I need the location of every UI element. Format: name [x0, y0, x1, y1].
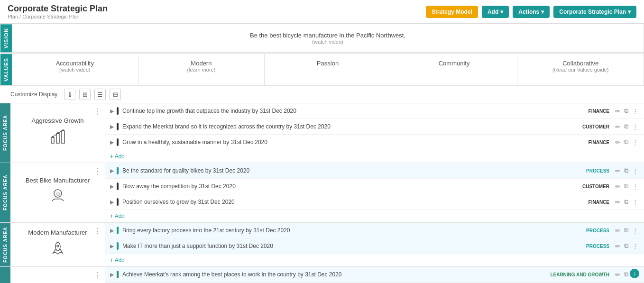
- expand-icon[interactable]: ▶: [110, 228, 114, 234]
- objective-text: Be the standard for quality bikes by 31s…: [122, 167, 571, 174]
- more-options-icon-button[interactable]: ⋮: [631, 198, 639, 207]
- more-options-icon-button[interactable]: ⋮: [631, 122, 639, 131]
- header: Corporate Strategic Plan Plan / Corporat…: [0, 0, 644, 24]
- values-bar: Values Accountability(watch video)Modern…: [0, 54, 644, 86]
- external-link-icon-button[interactable]: ⧉: [623, 226, 629, 235]
- plan-button[interactable]: Corporate Strategic Plan: [553, 6, 636, 18]
- expand-icon[interactable]: ▶: [110, 183, 114, 190]
- objective-row: ▶ Be the standard for quality bikes by 3…: [105, 163, 644, 179]
- svg-point-9: [57, 245, 59, 247]
- focus-areas-container: Focus Area ⋮ Aggressive Growth ▶ Continu…: [0, 103, 644, 283]
- edit-icon-button[interactable]: ✏: [614, 198, 621, 207]
- more-options-icon-button[interactable]: ⋮: [631, 182, 639, 191]
- objective-text: Expand the Meerkat brand so it is recogn…: [122, 123, 571, 130]
- edit-icon-button[interactable]: ✏: [614, 242, 621, 251]
- svg-text:①: ①: [55, 192, 60, 197]
- vision-bar: Vision Be the best bicycle manufacture i…: [0, 24, 644, 53]
- focus-area-info: ⋮ Best Bike Manufacturer ①: [10, 163, 105, 222]
- vision-content: Be the best bicycle manufacture in the P…: [12, 27, 644, 49]
- focus-area-block: Focus Area ⋮ Aggressive Growth ▶ Continu…: [0, 103, 644, 163]
- objective-row: ▶ Make IT more than just a support funct…: [105, 238, 644, 254]
- objective-row: ▶ Bring every factory process into the 2…: [105, 223, 644, 238]
- more-options-icon-button[interactable]: ⋮: [631, 138, 639, 147]
- add-objective-button[interactable]: + Add: [105, 254, 644, 266]
- add-button[interactable]: Add: [482, 6, 509, 18]
- expand-icon[interactable]: ▶: [110, 199, 114, 205]
- more-options-icon-button[interactable]: ⋮: [631, 226, 639, 235]
- objectives-list: ▶ Bring every factory process into the 2…: [105, 223, 644, 266]
- info-icon-button[interactable]: ℹ: [64, 89, 75, 100]
- external-link-icon-button[interactable]: ⧉: [623, 197, 629, 207]
- add-objective-button[interactable]: + Add: [105, 210, 644, 222]
- objective-text: Grow in a healthily, sustainable manner …: [122, 139, 571, 146]
- focus-area-block: Focus Area ⋮ Top Places to Work ▶ Achiev…: [0, 267, 644, 283]
- edit-icon-button[interactable]: ✏: [614, 107, 621, 116]
- objective-row: ▶ Achieve Meerkat's rank among the best …: [105, 267, 644, 283]
- objective-category: FINANCE: [571, 109, 609, 114]
- focus-area-menu-icon[interactable]: ⋮: [93, 167, 101, 176]
- svg-point-4: [57, 132, 59, 134]
- value-name: Modern: [142, 60, 261, 67]
- objective-category: LEARNING AND GROWTH: [550, 272, 609, 277]
- expand-icon[interactable]: ▶: [110, 108, 114, 114]
- table-icon-button[interactable]: ⊟: [110, 89, 121, 100]
- expand-icon[interactable]: ▶: [110, 243, 114, 249]
- focus-area-menu-icon[interactable]: ⋮: [93, 107, 101, 116]
- focus-area-icon: [49, 128, 66, 149]
- focus-area-menu-icon[interactable]: ⋮: [93, 227, 101, 236]
- edit-icon-button[interactable]: ✏: [614, 270, 621, 279]
- focus-area-name: Aggressive Growth: [32, 117, 84, 124]
- objective-text: Bring every factory process into the 21s…: [122, 227, 571, 234]
- svg-rect-2: [62, 131, 64, 143]
- more-options-icon-button[interactable]: ⋮: [631, 107, 639, 116]
- objective-category: FINANCE: [571, 140, 609, 145]
- objective-text: Position ourselves to grow by 31st Dec 2…: [122, 199, 571, 205]
- category-color-bar: [117, 183, 119, 190]
- edit-icon-button[interactable]: ✏: [614, 226, 621, 235]
- values-items: Accountability(watch video)Modern(learn …: [12, 54, 644, 85]
- vision-link[interactable]: (watch video): [17, 39, 639, 45]
- external-link-icon-button[interactable]: ⧉: [623, 166, 629, 175]
- value-sub: (watch video): [16, 67, 134, 73]
- focus-area-menu-icon[interactable]: ⋮: [93, 271, 101, 280]
- svg-point-5: [62, 129, 64, 131]
- expand-icon[interactable]: ▶: [110, 124, 114, 130]
- external-link-icon-button[interactable]: ⧉: [623, 106, 629, 116]
- value-item-collaborative: Collaborative(Read our Values guide): [517, 54, 644, 85]
- external-link-icon-button[interactable]: ⧉: [623, 122, 629, 131]
- external-link-icon-button[interactable]: ⧉: [623, 182, 629, 191]
- category-color-bar: [117, 198, 119, 206]
- toolbar: Customize Display ℹ ⊞ ☰ ⊟: [0, 86, 644, 103]
- objective-row: ▶ Continue top line growth that outpaces…: [105, 103, 644, 119]
- category-color-bar: [117, 107, 119, 115]
- vision-text: Be the best bicycle manufacture in the P…: [17, 32, 639, 39]
- category-color-bar: [117, 138, 119, 146]
- external-link-icon-button[interactable]: ⧉: [623, 137, 629, 147]
- actions-button[interactable]: Actions: [513, 6, 550, 18]
- objective-actions: ✏ ⧉ ⋮: [614, 137, 639, 147]
- list-icon-button[interactable]: ☰: [94, 89, 106, 100]
- add-objective-button[interactable]: + Add: [105, 150, 644, 163]
- focus-area-icon: [49, 240, 66, 261]
- customize-display-button[interactable]: Customize Display: [8, 90, 60, 99]
- value-item-community: Community: [391, 54, 518, 85]
- category-color-bar: [117, 123, 119, 130]
- expand-icon[interactable]: ▶: [110, 139, 114, 146]
- external-link-icon-button[interactable]: ⧉: [623, 270, 629, 279]
- more-options-icon-button[interactable]: ⋮: [631, 242, 639, 251]
- grid-icon-button[interactable]: ⊞: [79, 89, 91, 100]
- strategy-model-button[interactable]: Strategy Model: [426, 6, 478, 18]
- edit-icon-button[interactable]: ✏: [614, 122, 621, 131]
- edit-icon-button[interactable]: ✏: [614, 166, 621, 175]
- focus-area-icon: ①: [49, 188, 66, 209]
- expand-icon[interactable]: ▶: [110, 272, 114, 278]
- more-options-icon-button[interactable]: ⋮: [631, 166, 639, 175]
- external-link-icon-button[interactable]: ⧉: [623, 241, 629, 251]
- expand-icon[interactable]: ▶: [110, 168, 114, 174]
- value-name: Accountability: [16, 60, 134, 67]
- edit-icon-button[interactable]: ✏: [614, 138, 621, 147]
- value-item-passion: Passion: [265, 54, 391, 85]
- focus-area-info: ⋮ Top Places to Work: [10, 267, 105, 283]
- edit-icon-button[interactable]: ✏: [614, 182, 621, 191]
- focus-area-info: ⋮ Aggressive Growth: [10, 103, 105, 163]
